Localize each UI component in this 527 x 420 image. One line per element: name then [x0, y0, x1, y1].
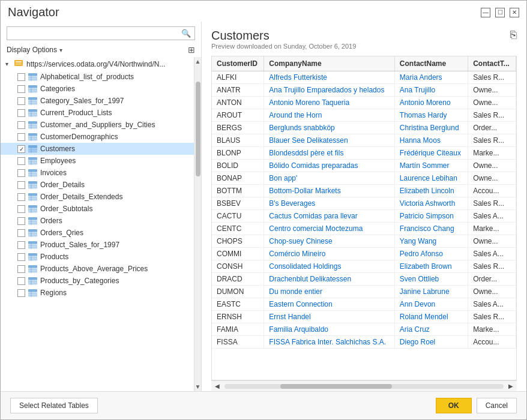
svg-rect-59: [28, 181, 37, 184]
restore-button[interactable]: ☐: [495, 8, 505, 17]
tree-checkbox[interactable]: [17, 169, 25, 177]
tree-item[interactable]: Order_Details: [1, 179, 194, 191]
table-row[interactable]: AROUTAround the HornThomas HardySales R.…: [212, 109, 516, 122]
minimize-button[interactable]: —: [481, 8, 490, 17]
tree-checkbox[interactable]: [17, 217, 25, 225]
tree-item[interactable]: Orders_Qries: [1, 227, 194, 239]
close-button[interactable]: ✕: [510, 8, 519, 17]
table-row[interactable]: ANTONAntonio Moreno TaqueriaAntonio More…: [212, 97, 516, 109]
table-row[interactable]: CHOPSChop-suey ChineseYang WangOwne...: [212, 235, 516, 248]
table-row[interactable]: DRACDDrachenblut DelikatessenSven Ottlie…: [212, 273, 516, 286]
tree-item[interactable]: Category_Sales_for_1997: [1, 95, 194, 107]
tree-item[interactable]: Current_Product_Lists: [1, 107, 194, 119]
tree-checkbox[interactable]: [17, 133, 25, 141]
table-row[interactable]: EASTCEastern ConnectionAnn DevonSales A.…: [212, 298, 516, 311]
scroll-thumb[interactable]: [196, 82, 200, 176]
scroll-track[interactable]: [195, 66, 201, 382]
tree-item[interactable]: Products_by_Categories: [1, 275, 194, 287]
table-row[interactable]: FAMIAFamilia ArquibaldoAria CruzMarke...: [212, 323, 516, 336]
window-title: Navigator: [8, 5, 59, 19]
tree-checkbox[interactable]: [17, 157, 25, 165]
table-row[interactable]: CACTUCactus Comidas para llevarPatricio …: [212, 210, 516, 223]
tree-checkbox[interactable]: [17, 265, 25, 273]
tree-item[interactable]: Invoices: [1, 167, 194, 179]
tree-checkbox[interactable]: [17, 193, 25, 201]
tree-item[interactable]: Categories: [1, 83, 194, 95]
database-icon: [14, 59, 23, 69]
search-input[interactable]: [11, 29, 181, 38]
table-row[interactable]: COMMIComércio MineiroPedro AfonsoSales A…: [212, 248, 516, 260]
cell-customer-id: COMMI: [212, 248, 264, 260]
view-toggle-button[interactable]: ⊞: [188, 45, 195, 55]
table-row[interactable]: ERNSHErnst HandelRoland MendelSales R...: [212, 311, 516, 323]
tree-checkbox[interactable]: [17, 205, 25, 213]
export-icon[interactable]: ⎘: [510, 29, 517, 41]
cell-contact-name: Laurence Lebihan: [394, 172, 468, 185]
tree-checkbox[interactable]: [17, 85, 25, 93]
tree-checkbox[interactable]: [17, 97, 25, 105]
cell-contact-role: Order...: [468, 122, 516, 134]
tree-item[interactable]: Alphabetical_list_of_products: [1, 71, 194, 83]
navigator-window: Navigator — ☐ ✕ 🔍 Display Options ▾ ⊞: [0, 0, 527, 420]
table-column-header: CustomerID: [212, 56, 264, 71]
table-row[interactable]: BLAUSBlauer See DelikatessenHanna MoosSa…: [212, 134, 516, 147]
tree-item[interactable]: Customer_and_Suppliers_by_Cities: [1, 119, 194, 131]
svg-rect-89: [28, 241, 37, 244]
table-row[interactable]: CENTCCentro comercial MoctezumaFrancisco…: [212, 223, 516, 235]
scroll-down-icon[interactable]: ▼: [194, 382, 201, 391]
tree-item[interactable]: Product_Sales_for_1997: [1, 239, 194, 251]
tree-checkbox[interactable]: [17, 241, 25, 249]
tree-scroll-area[interactable]: ▾ https://services.odata.org/V4/Northwin…: [1, 57, 194, 391]
tree-checkbox[interactable]: ✓: [17, 145, 25, 153]
tree-item[interactable]: Regions: [1, 287, 194, 299]
tree-checkbox[interactable]: [17, 181, 25, 189]
table-icon: [28, 109, 37, 117]
tree-checkbox[interactable]: [17, 121, 25, 129]
horizontal-scrollbar[interactable]: ◀ ▶: [211, 380, 517, 391]
hscroll-track[interactable]: [224, 384, 504, 389]
tree-item[interactable]: Order_Subtotals: [1, 203, 194, 215]
tree-item[interactable]: Products: [1, 251, 194, 263]
table-row[interactable]: BERGSBerglunds snabbköpChristina Berglun…: [212, 122, 516, 134]
tree-item-label: Order_Subtotals: [40, 205, 92, 213]
tree-item-label: Orders_Qries: [40, 229, 83, 237]
cell-company-name: Around the Horn: [264, 109, 395, 122]
tree-scrollbar[interactable]: ▲ ▼: [194, 57, 201, 391]
main-content: 🔍 Display Options ▾ ⊞ ▾: [1, 22, 526, 391]
ok-button[interactable]: OK: [436, 398, 472, 413]
table-row[interactable]: BOTTMBottom-Dollar MarketsElizabeth Linc…: [212, 185, 516, 197]
tree-item[interactable]: Order_Details_Extendeds: [1, 191, 194, 203]
table-row[interactable]: DUMONDu monde entierJanine LabruneOwne..…: [212, 286, 516, 298]
tree-checkbox[interactable]: [17, 109, 25, 117]
data-table-container[interactable]: CustomerIDCompanyNameContactNameContactT…: [211, 56, 517, 380]
scroll-up-icon[interactable]: ▲: [194, 57, 201, 66]
tree-checkbox[interactable]: [17, 277, 25, 285]
scroll-right-icon[interactable]: ▶: [506, 383, 516, 389]
tree-checkbox[interactable]: [17, 73, 25, 81]
table-row[interactable]: BOLIDBólido Comidas preparadasMartín Som…: [212, 160, 516, 172]
display-options-button[interactable]: Display Options ▾: [7, 46, 62, 54]
tree-item[interactable]: Orders: [1, 215, 194, 227]
tree-checkbox[interactable]: [17, 253, 25, 261]
tree-item[interactable]: ✓Customers: [1, 143, 194, 155]
table-row[interactable]: ALFKIAlfreds FutterkisteMaria AndersSale…: [212, 71, 516, 84]
cancel-button[interactable]: Cancel: [477, 398, 517, 413]
scroll-left-icon[interactable]: ◀: [212, 383, 222, 389]
table-row[interactable]: BLONPBlondesddsl père et filsFrédérique …: [212, 147, 516, 160]
tree-root-item[interactable]: ▾ https://services.odata.org/V4/Northwin…: [1, 57, 194, 71]
table-row[interactable]: BONAPBon app'Laurence LebihanOwne...: [212, 172, 516, 185]
cell-company-name: Berglunds snabbköp: [264, 122, 395, 134]
tree-item[interactable]: Products_Above_Average_Prices: [1, 263, 194, 275]
tree-checkbox[interactable]: [17, 229, 25, 237]
table-icon: [28, 169, 37, 177]
table-row[interactable]: CONSHConsolidated HoldingsElizabeth Brow…: [212, 260, 516, 273]
table-row[interactable]: FISSAFISSA Fabrica Inter. Salchichas S.A…: [212, 336, 516, 349]
select-related-tables-button[interactable]: Select Related Tables: [10, 398, 98, 413]
table-row[interactable]: BSBEVB's BeveragesVictoria AshworthSales…: [212, 197, 516, 210]
table-row[interactable]: ANATRAna Trujillo Emparedados y heladosA…: [212, 84, 516, 97]
tree-item[interactable]: CustomerDemographics: [1, 131, 194, 143]
svg-rect-113: [28, 289, 37, 292]
hscroll-thumb[interactable]: [280, 384, 392, 389]
tree-checkbox[interactable]: [17, 289, 25, 297]
tree-item[interactable]: Employees: [1, 155, 194, 167]
